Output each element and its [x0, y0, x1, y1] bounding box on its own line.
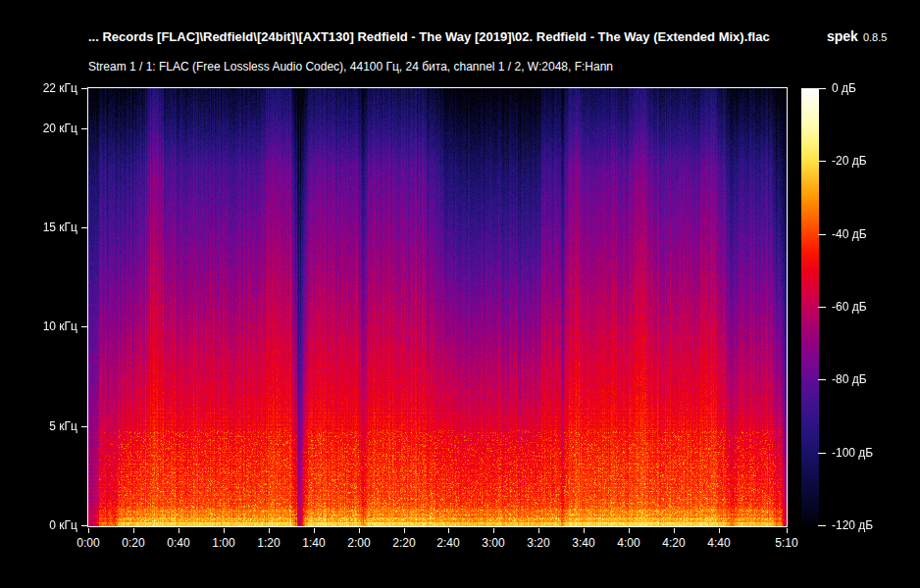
legend-tick	[818, 161, 826, 162]
time-tick	[448, 528, 449, 533]
time-tick	[133, 528, 134, 533]
time-tick	[269, 528, 270, 533]
time-tick	[584, 528, 585, 533]
legend-tick-label: -60 дБ	[832, 300, 867, 314]
legend-tick-label: -40 дБ	[832, 227, 867, 241]
freq-tick-label: 20 кГц	[0, 122, 77, 135]
time-tick-label: 1:20	[244, 536, 293, 550]
legend-tick-label: 0 дБ	[832, 81, 856, 95]
freq-tick	[81, 128, 87, 129]
time-tick	[179, 528, 179, 533]
file-path-title: ... Records [FLAC]\Redfield\[24bit]\[AXT…	[88, 29, 770, 44]
time-tick	[404, 528, 405, 533]
freq-tick	[81, 88, 87, 89]
time-tick-label: 3:00	[469, 536, 518, 550]
freq-tick	[81, 326, 87, 327]
legend-tick-label: -20 дБ	[832, 154, 867, 168]
time-tick-label: 2:00	[334, 536, 383, 550]
time-tick	[359, 528, 360, 533]
time-tick-label: 0:00	[64, 536, 113, 550]
time-tick-label: 5:10	[762, 536, 811, 550]
time-tick-label: 3:40	[559, 536, 608, 550]
spek-window: ... Records [FLAC]\Redfield\[24bit]\[AXT…	[0, 0, 920, 588]
legend-tick	[818, 379, 826, 380]
app-name: spek	[827, 28, 858, 44]
legend-tick-label: -80 дБ	[832, 372, 867, 386]
time-tick-label: 1:00	[199, 536, 248, 550]
legend-tick	[818, 88, 826, 89]
legend-gradient-bar	[801, 88, 819, 526]
time-tick	[88, 528, 89, 533]
time-tick	[629, 528, 630, 533]
time-tick-label: 2:40	[424, 536, 473, 550]
freq-tick	[81, 525, 87, 526]
time-tick-label: 2:20	[380, 536, 429, 550]
spectrogram-frame	[87, 87, 788, 527]
time-tick-label: 4:40	[694, 536, 743, 550]
freq-tick	[81, 227, 87, 228]
legend-tick	[818, 525, 826, 526]
time-tick	[538, 528, 539, 533]
app-brand: spek 0.8.5	[827, 28, 887, 44]
freq-tick-label: 0 кГц	[0, 518, 77, 532]
freq-tick-label: 10 кГц	[0, 319, 77, 333]
legend-tick-label: -120 дБ	[832, 518, 873, 532]
legend-tick	[818, 234, 826, 235]
time-tick	[314, 528, 315, 533]
time-tick	[493, 528, 494, 533]
time-tick-label: 1:40	[289, 536, 338, 550]
freq-tick-label: 15 кГц	[0, 220, 77, 234]
time-tick-label: 4:20	[649, 536, 698, 550]
time-tick-label: 3:20	[514, 536, 563, 550]
time-tick	[674, 528, 675, 533]
freq-tick-label: 5 кГц	[0, 419, 77, 433]
time-tick	[224, 528, 225, 533]
time-tick	[719, 528, 720, 533]
time-tick-label: 0:20	[109, 536, 158, 550]
time-tick	[787, 528, 788, 533]
app-version: 0.8.5	[863, 31, 887, 43]
spectrogram-canvas	[88, 88, 787, 526]
freq-tick-label: 22 кГц	[0, 81, 77, 95]
legend-tick	[818, 307, 826, 308]
time-tick-label: 4:00	[604, 536, 653, 550]
freq-tick	[81, 426, 87, 427]
time-tick-label: 0:40	[154, 536, 203, 550]
legend-tick	[818, 453, 826, 454]
legend-tick-label: -100 дБ	[832, 446, 873, 460]
stream-info: Stream 1 / 1: FLAC (Free Lossless Audio …	[88, 60, 613, 74]
